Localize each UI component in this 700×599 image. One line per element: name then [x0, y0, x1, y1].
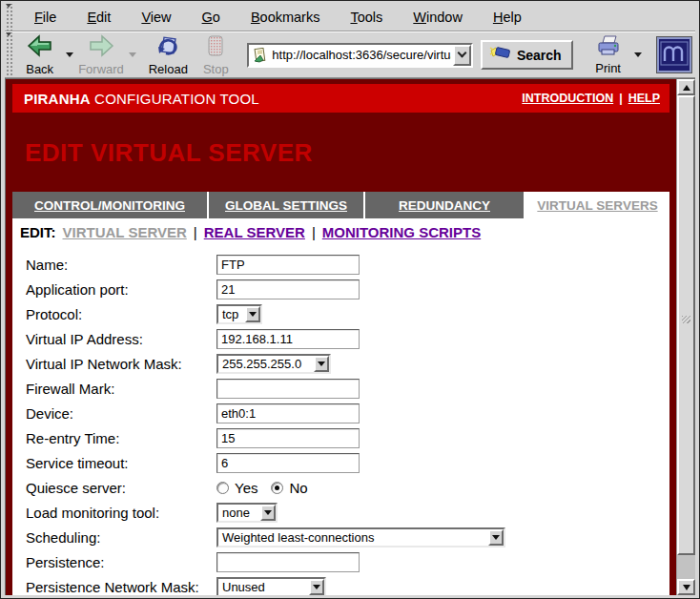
reentry-time-input[interactable] — [216, 428, 360, 448]
field-label: Device: — [26, 405, 216, 422]
tab-global-settings[interactable]: GLOBAL SETTINGS — [209, 192, 363, 218]
field-label: Persistence Network Mask: — [26, 579, 216, 595]
menu-file[interactable]: File — [19, 4, 72, 31]
virtual-ip-address-input[interactable] — [216, 329, 360, 349]
piranha-page: PIRANHA CONFIGURATION TOOL INTRODUCTION … — [6, 79, 676, 595]
introduction-link[interactable]: INTRODUCTION — [522, 92, 613, 105]
field-label: Re-entry Time: — [26, 430, 216, 446]
print-dropdown-arrow[interactable] — [634, 52, 642, 57]
stop-button[interactable]: Stop — [194, 33, 237, 77]
form-row: Name: — [12, 252, 669, 277]
form-row: Persistence: — [12, 549, 669, 574]
tab-control-monitoring[interactable]: CONTROL/MONITORING — [12, 192, 207, 218]
back-icon — [27, 34, 53, 61]
quiesce-yes-radio[interactable] — [216, 482, 229, 494]
edit-subnav: EDIT: VIRTUAL SERVER | REAL SERVER | MON… — [12, 218, 669, 246]
select-arrow-icon — [245, 306, 260, 322]
search-button[interactable]: Search — [481, 40, 573, 70]
monitoring-scripts-link[interactable]: MONITORING SCRIPTS — [322, 224, 481, 240]
menu-view[interactable]: View — [126, 4, 186, 31]
browser-window: File Edit View Go Bookmarks Tools Window… — [0, 0, 700, 599]
field-label: Load monitoring tool: — [26, 505, 216, 521]
form-row: Device: — [12, 401, 669, 425]
form-row: Virtual IP Address: — [12, 326, 669, 351]
back-dropdown-arrow[interactable] — [66, 52, 73, 57]
menu-help[interactable]: Help — [478, 4, 537, 31]
header-link-separator: | — [619, 92, 623, 105]
navigation-toolbar: Back Forward Reload — [5, 31, 695, 78]
print-icon — [595, 35, 622, 60]
scrollbar-thumb[interactable] — [677, 95, 695, 555]
service-timeout-input[interactable] — [216, 453, 360, 473]
scheduling-select[interactable]: Weighted least-connections — [216, 527, 505, 547]
form-row: Service timeout: — [12, 450, 669, 475]
tab-virtual-servers[interactable]: VIRTUAL SERVERS — [525, 192, 669, 218]
chevron-down-icon — [457, 49, 466, 58]
field-label: Application port: — [26, 281, 216, 298]
scrollbar-track[interactable] — [677, 95, 695, 579]
triangle-down-icon — [683, 585, 690, 590]
forward-dropdown-arrow[interactable] — [129, 52, 136, 57]
toolbar-grip-handle[interactable] — [5, 32, 12, 77]
field-label: Quiesce server: — [26, 480, 216, 496]
persistence-netmask-select[interactable]: Unused — [216, 577, 326, 596]
piranha-brand: PIRANHA CONFIGURATION TOOL — [24, 91, 259, 107]
form-row: Firewall Mark: — [12, 376, 669, 401]
print-button[interactable]: Print — [587, 34, 630, 76]
form-row: Quiesce server: Yes No — [12, 475, 669, 500]
reload-button[interactable]: Reload — [146, 33, 190, 77]
forward-button[interactable]: Forward — [77, 33, 126, 77]
quiesce-no-radio[interactable] — [271, 482, 283, 494]
protocol-select[interactable]: tcp — [216, 304, 262, 324]
scrollbar-up-button[interactable] — [677, 79, 695, 95]
name-input[interactable] — [216, 255, 360, 275]
url-history-dropdown-button[interactable] — [453, 45, 471, 66]
menu-go[interactable]: Go — [187, 4, 236, 31]
page-bookmark-icon[interactable] — [249, 45, 270, 66]
menubar-grip-handle[interactable] — [5, 4, 13, 31]
tab-redundancy[interactable]: REDUNDANCY — [365, 192, 524, 218]
application-port-input[interactable] — [216, 279, 360, 300]
menu-tools[interactable]: Tools — [335, 4, 398, 31]
field-label: Persistence: — [26, 554, 216, 570]
form-row: Load monitoring tool: none — [12, 500, 669, 525]
select-arrow-icon — [314, 356, 329, 372]
scrollbar-down-button[interactable] — [677, 579, 695, 595]
field-label: Protocol: — [26, 306, 216, 322]
piranha-header-bar: PIRANHA CONFIGURATION TOOL INTRODUCTION … — [12, 84, 669, 113]
mozilla-logo-button[interactable] — [657, 37, 691, 72]
search-flashlight-icon — [489, 45, 512, 65]
page-title: EDIT VIRTUAL SERVER — [25, 138, 669, 168]
reload-icon — [155, 34, 180, 61]
form-row: Persistence Network Mask: Unused — [12, 574, 669, 595]
subnav-prefix: EDIT: — [20, 224, 56, 240]
help-link[interactable]: HELP — [628, 92, 660, 105]
real-server-link[interactable]: REAL SERVER — [204, 224, 305, 240]
firewall-mark-input[interactable] — [216, 379, 360, 399]
forward-icon — [88, 34, 114, 61]
form-row: Protocol: tcp — [12, 301, 669, 326]
stop-icon — [205, 34, 226, 61]
url-bar — [247, 43, 473, 68]
field-label: Virtual IP Network Mask: — [26, 356, 216, 372]
select-arrow-icon — [309, 579, 324, 595]
browser-viewport: PIRANHA CONFIGURATION TOOL INTRODUCTION … — [5, 78, 695, 595]
menu-bookmarks[interactable]: Bookmarks — [236, 4, 336, 31]
virtual-server-form: Name: Application port: Protocol: tcp Vi… — [12, 246, 669, 595]
virtual-ip-netmask-select[interactable]: 255.255.255.0 — [216, 354, 331, 374]
field-label: Service timeout: — [26, 455, 216, 471]
field-label: Name: — [26, 257, 216, 273]
menu-window[interactable]: Window — [398, 4, 478, 31]
device-input[interactable] — [216, 403, 360, 423]
load-monitoring-tool-select[interactable]: none — [216, 503, 278, 523]
url-input[interactable] — [270, 45, 453, 66]
form-row: Application port: — [12, 277, 669, 301]
persistence-input[interactable] — [216, 552, 360, 572]
form-row: Re-entry Time: — [12, 425, 669, 450]
vertical-scrollbar — [676, 79, 695, 595]
back-button[interactable]: Back — [18, 33, 62, 77]
menu-edit[interactable]: Edit — [72, 4, 126, 31]
form-row: Scheduling: Weighted least-connections — [12, 525, 669, 549]
field-label: Virtual IP Address: — [26, 331, 216, 347]
select-arrow-icon — [488, 529, 504, 546]
